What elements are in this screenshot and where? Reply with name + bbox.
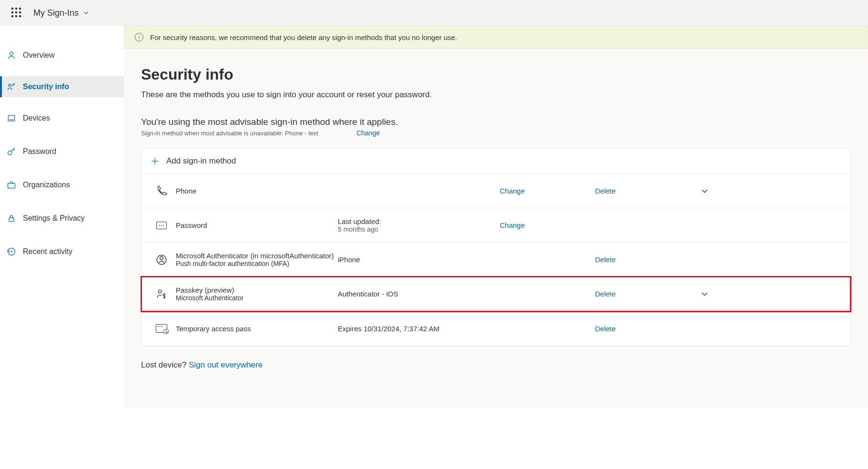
advice-subtext: Sign-in method when most advisable is un…: [141, 130, 318, 137]
method-subtitle: Push multi-factor authentication (MFA): [176, 260, 338, 267]
password-icon: [156, 222, 167, 229]
person-icon: [7, 51, 16, 60]
history-icon: [7, 247, 16, 256]
svg-rect-5: [9, 218, 14, 222]
method-title: Temporary access pass: [176, 325, 338, 333]
svg-point-9: [163, 293, 165, 295]
change-link[interactable]: Change: [500, 187, 595, 195]
sidebar-item-overview[interactable]: Overview: [0, 45, 124, 66]
delete-link[interactable]: Delete: [595, 325, 690, 333]
svg-rect-4: [8, 184, 15, 188]
chevron-down-icon: [83, 10, 89, 16]
lost-device-section: Lost device? Sign out everywhere: [141, 360, 851, 370]
change-default-link[interactable]: Change: [356, 129, 380, 137]
method-row-authenticator: Microsoft Authenticator (in microsoftAut…: [141, 243, 850, 277]
add-method-label: Add sign-in method: [166, 156, 236, 166]
sidebar-item-label: Recent activity: [23, 247, 72, 256]
key-person-icon: [7, 82, 16, 92]
lost-device-label: Lost device?: [141, 360, 186, 369]
method-detail: Expires 10/31/2024, 7:37:42 AM: [338, 325, 500, 333]
lock-icon: [7, 214, 16, 223]
chevron-down-icon[interactable]: [701, 187, 708, 195]
plus-icon: [150, 156, 160, 166]
method-title: Password: [176, 221, 338, 229]
key-icon: [7, 147, 16, 156]
method-row-passkey: Passkey (preview) Microsoft Authenticato…: [141, 277, 850, 311]
sidebar-item-label: Password: [23, 147, 56, 156]
app-title-dropdown[interactable]: My Sign-Ins: [33, 8, 89, 18]
method-title: Microsoft Authenticator (in microsoftAut…: [176, 252, 338, 260]
sidebar-item-password[interactable]: Password: [0, 141, 124, 162]
banner-text: For security reasons, we recommend that …: [150, 33, 457, 41]
method-row-password: Password Last updated: 5 months ago Chan…: [141, 208, 850, 243]
method-detail: Last updated:: [338, 217, 500, 225]
sidebar: Overview Security info Devices Password …: [0, 26, 124, 408]
advice-text: You're using the most advisable sign-in …: [141, 117, 851, 127]
method-detail: iPhone: [338, 255, 500, 264]
svg-point-8: [159, 290, 162, 293]
sign-out-everywhere-link[interactable]: Sign out everywhere: [189, 360, 262, 369]
add-method-button[interactable]: Add sign-in method: [141, 149, 850, 174]
app-title: My Sign-Ins: [33, 8, 79, 18]
svg-point-0: [10, 52, 13, 55]
authenticator-icon: [155, 254, 168, 266]
methods-card: Add sign-in method Phone Change Delete: [141, 148, 851, 346]
method-title: Passkey (preview): [176, 286, 338, 294]
page-title: Security info: [141, 66, 851, 83]
sidebar-item-label: Security info: [23, 82, 69, 91]
page-subtitle: These are the methods you use to sign in…: [141, 90, 851, 100]
method-row-tap: Temporary access pass Expires 10/31/2024…: [141, 311, 850, 346]
briefcase-icon: [7, 180, 16, 190]
delete-link[interactable]: Delete: [595, 187, 690, 195]
delete-link[interactable]: Delete: [595, 290, 690, 298]
main-content: i For security reasons, we recommend tha…: [124, 26, 868, 408]
phone-icon: [155, 185, 168, 197]
tap-icon: [156, 324, 167, 333]
sidebar-item-label: Devices: [23, 114, 50, 122]
sidebar-item-recent-activity[interactable]: Recent activity: [0, 241, 124, 262]
app-launcher-icon[interactable]: [11, 8, 22, 18]
sidebar-item-security-info[interactable]: Security info: [0, 76, 124, 97]
method-subtitle: Microsoft Authenticator: [176, 294, 338, 302]
sidebar-item-devices[interactable]: Devices: [0, 108, 124, 129]
sidebar-item-label: Settings & Privacy: [23, 214, 85, 223]
passkey-icon: [155, 288, 168, 300]
method-detail-sub: 5 months ago: [338, 225, 500, 233]
svg-point-7: [160, 256, 163, 260]
svg-point-3: [8, 151, 12, 154]
delete-link[interactable]: Delete: [595, 255, 690, 264]
info-icon: i: [135, 33, 143, 41]
laptop-icon: [7, 113, 16, 123]
sidebar-item-organizations[interactable]: Organizations: [0, 174, 124, 195]
sidebar-item-label: Organizations: [23, 181, 70, 189]
svg-rect-2: [8, 115, 14, 120]
security-banner: i For security reasons, we recommend tha…: [124, 26, 868, 49]
chevron-down-icon[interactable]: [701, 290, 708, 298]
method-detail: Authenticator - iOS: [338, 290, 500, 298]
method-title: Phone: [176, 187, 338, 195]
svg-point-1: [9, 84, 11, 86]
sidebar-item-settings-privacy[interactable]: Settings & Privacy: [0, 208, 124, 229]
method-row-phone: Phone Change Delete: [141, 174, 850, 208]
sidebar-item-label: Overview: [23, 51, 55, 60]
app-header: My Sign-Ins: [0, 0, 868, 26]
change-link[interactable]: Change: [500, 221, 595, 229]
